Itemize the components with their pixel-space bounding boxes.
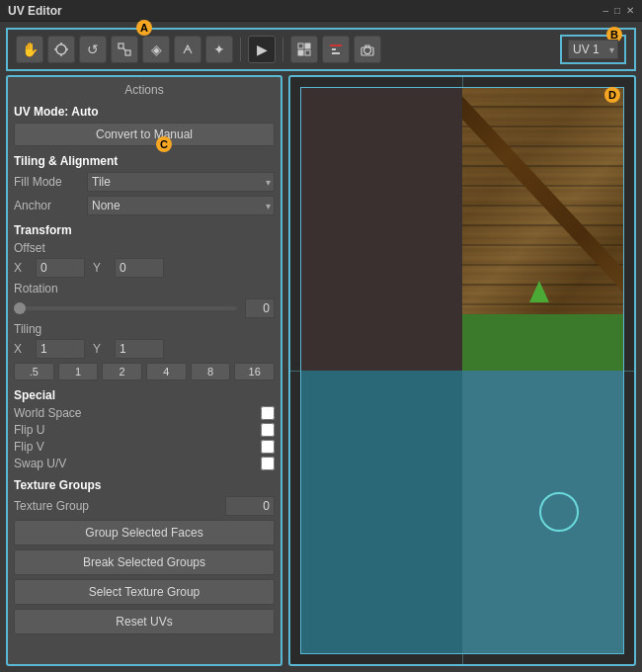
offset-x-input[interactable] [36,258,85,278]
select-tool-button[interactable]: ◈ [142,36,170,63]
fill-mode-select-wrap: Tile Stretch Fit [87,172,275,192]
pan-tool-button[interactable]: ✋ [16,36,43,63]
tiling-x-label: X [14,342,28,356]
uv-quad-grid [300,87,624,654]
svg-rect-11 [298,50,303,55]
svg-rect-13 [330,44,342,46]
label-c: C [156,136,172,152]
texture-groups-label: Texture Groups [14,478,275,492]
texture-group-row: Texture Group [14,496,275,516]
offset-x-label: X [14,261,28,275]
uv-channel-select[interactable]: UV 1 UV 2 UV 3 [568,40,618,59]
tiling-label: Tiling [14,322,275,336]
camera-button[interactable] [354,36,381,63]
anchor-row: Anchor None Top-Left Top-Center Center [14,196,275,215]
rotation-value-input[interactable] [245,298,275,318]
svg-rect-10 [305,43,310,48]
close-icon[interactable]: ✕ [626,5,634,16]
flip-u-checkbox[interactable] [261,423,275,437]
window-title: UV Editor [8,4,62,18]
uv-quad-top-right [462,88,623,371]
flip-v-row: Flip V [14,440,275,454]
uv-viewport-panel: D [288,75,636,666]
play-button[interactable]: ▶ [248,36,276,63]
uv-quad-bottom-right [462,371,623,653]
window-controls: – □ ✕ [602,5,634,16]
svg-rect-12 [305,50,310,55]
main-content: A ✋ ↺ ◈ ✦ [0,22,642,672]
scale-2-button[interactable]: 2 [102,363,142,380]
svg-rect-15 [332,52,340,54]
separator-2 [282,38,283,61]
tiling-x-input[interactable] [36,339,85,359]
anchor-select[interactable]: None Top-Left Top-Center Center [87,196,275,215]
swap-uv-row: Swap U/V [14,457,275,470]
scale-0.5-button[interactable]: .5 [14,363,54,380]
uv-mode-section: UV Mode: Auto [14,105,275,119]
tiling-y-input[interactable] [115,339,164,359]
break-selected-groups-button[interactable]: Break Selected Groups [14,549,275,575]
uv-canvas[interactable] [300,87,624,654]
scale-1-button[interactable]: 1 [58,363,99,380]
minimize-icon[interactable]: – [602,5,608,16]
scale-4-button[interactable]: 4 [146,363,187,380]
flip-u-label: Flip U [14,423,44,437]
rotation-slider-thumb[interactable] [14,302,26,314]
uv-quad-bottom-left [301,371,462,653]
scale-8-button[interactable]: 8 [191,363,231,380]
panel-title: Actions [14,83,275,97]
convert-to-manual-button[interactable]: Convert to Manual [14,123,275,146]
anchor-label: Anchor [14,199,81,212]
special-label: Special [14,388,275,402]
texture-group-label: Texture Group [14,499,89,513]
offset-xy-row: X Y [14,258,275,278]
label-d: D [604,87,620,103]
reset-uvs-button[interactable]: Reset UVs [14,609,275,634]
maximize-icon[interactable]: □ [614,5,620,16]
group-selected-faces-button[interactable]: Group Selected Faces [14,520,275,546]
texture-group-input[interactable] [225,496,275,516]
rotation-label: Rotation [14,282,275,295]
scale-tool-button[interactable] [111,36,138,63]
scale-16-button[interactable]: 16 [234,363,275,380]
green-bottom-strip [462,314,623,371]
title-bar: UV Editor – □ ✕ [0,0,642,22]
svg-point-0 [56,44,66,54]
swap-uv-checkbox[interactable] [261,457,275,470]
offset-y-label: Y [93,261,107,275]
fill-mode-select[interactable]: Tile Stretch Fit [87,172,275,192]
offset-y-input[interactable] [115,258,164,278]
cut-tool-button[interactable]: ✦ [205,36,233,63]
move-tool-button[interactable] [47,36,75,63]
align-button[interactable] [322,36,350,63]
svg-rect-9 [298,43,303,48]
swap-uv-label: Swap U/V [14,457,66,470]
svg-rect-6 [125,50,130,55]
grid-button[interactable] [290,36,318,63]
svg-rect-5 [119,43,123,48]
flip-v-checkbox[interactable] [261,440,275,454]
svg-rect-14 [332,48,336,50]
world-space-checkbox[interactable] [261,406,275,420]
tiling-y-label: Y [93,342,107,356]
body-row: C Actions UV Mode: Auto Convert to Manua… [0,75,642,672]
left-panel: C Actions UV Mode: Auto Convert to Manua… [6,75,282,666]
rotation-slider-row [14,298,275,318]
uv-quad-top-left [301,88,462,371]
tiling-alignment-label: Tiling & Alignment [14,154,275,168]
select-texture-group-button[interactable]: Select Texture Group [14,579,275,605]
offset-label: Offset [14,241,275,255]
world-space-label: World Space [14,406,81,420]
rotation-slider-track [14,306,237,310]
separator-1 [240,38,241,61]
flip-u-row: Flip U [14,423,275,437]
fill-mode-label: Fill Mode [14,175,81,189]
label-a: A [136,20,152,36]
green-triangle [529,281,549,302]
anchor-select-wrap: None Top-Left Top-Center Center [87,196,275,215]
rotate-tool-button[interactable]: ↺ [79,36,107,63]
scale-buttons-row: .5 1 2 4 8 16 [14,363,275,380]
weld-tool-button[interactable] [174,36,201,63]
toolbar: A ✋ ↺ ◈ ✦ [6,28,636,71]
uv-selection-circle [539,492,579,532]
